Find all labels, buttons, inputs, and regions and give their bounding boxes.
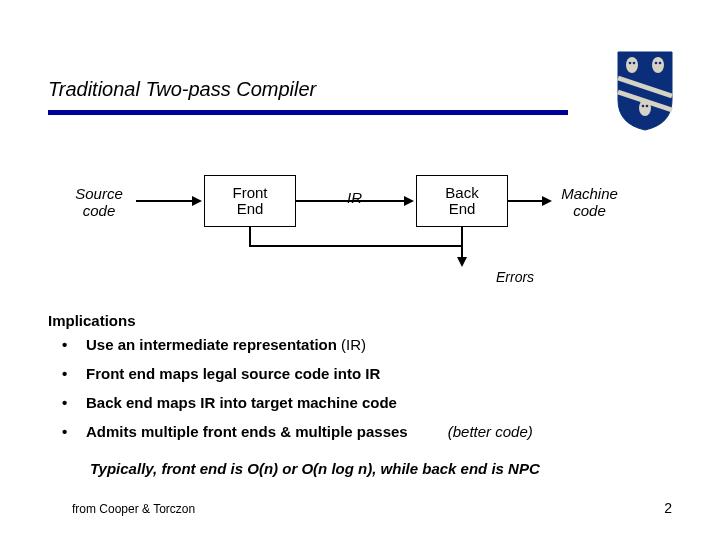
slide: Traditional Two-pass Compiler Source cod… <box>0 0 720 540</box>
svg-point-0 <box>626 57 638 73</box>
svg-point-2 <box>639 100 651 116</box>
svg-point-8 <box>646 105 649 108</box>
error-line-back-v <box>461 227 463 245</box>
arrow-back-machine-head <box>542 196 552 206</box>
implications-list: Use an intermediate representation (IR) … <box>62 336 533 452</box>
arrow-back-machine <box>508 200 544 202</box>
list-item: Back end maps IR into target machine cod… <box>62 394 533 411</box>
machine-code-label: Machine code <box>552 185 627 220</box>
errors-label: Errors <box>496 269 534 285</box>
compiler-diagram: Source code Front End IR Back End Machin… <box>64 175 664 295</box>
svg-point-5 <box>655 62 658 65</box>
svg-point-3 <box>629 62 632 65</box>
arrow-source-front-head <box>192 196 202 206</box>
title-underline <box>48 110 568 115</box>
back-end-box: Back End <box>416 175 508 227</box>
arrow-source-front <box>136 200 194 202</box>
shield-crest-icon <box>616 50 674 132</box>
error-line-h <box>249 245 462 247</box>
svg-point-7 <box>642 105 645 108</box>
svg-point-1 <box>652 57 664 73</box>
front-end-box: Front End <box>204 175 296 227</box>
ir-label: IR <box>347 189 362 206</box>
implications-heading: Implications <box>48 312 136 329</box>
list-item: Front end maps legal source code into IR <box>62 365 533 382</box>
typically-note: Typically, front end is O(n) or O(n log … <box>90 460 540 477</box>
list-item: Admits multiple front ends & multiple pa… <box>62 423 533 440</box>
bullet-text: Admits multiple front ends & multiple pa… <box>86 423 408 440</box>
page-number: 2 <box>664 500 672 516</box>
better-code-aside: (better code) <box>448 423 533 440</box>
error-arrow-head <box>457 257 467 267</box>
source-code-label: Source code <box>64 185 134 220</box>
svg-point-4 <box>633 62 636 65</box>
error-line-front-v <box>249 227 251 245</box>
footer-credit: from Cooper & Torczon <box>72 502 195 516</box>
ir-abbrev: (IR) <box>341 336 366 353</box>
bullet-text: Use an intermediate representation <box>86 336 341 353</box>
bullet-text: Back end maps IR into target machine cod… <box>86 394 397 411</box>
svg-point-6 <box>659 62 662 65</box>
bullet-text: Front end maps legal source code into IR <box>86 365 380 382</box>
list-item: Use an intermediate representation (IR) <box>62 336 533 353</box>
slide-title: Traditional Two-pass Compiler <box>48 78 316 101</box>
arrow-front-back-head <box>404 196 414 206</box>
